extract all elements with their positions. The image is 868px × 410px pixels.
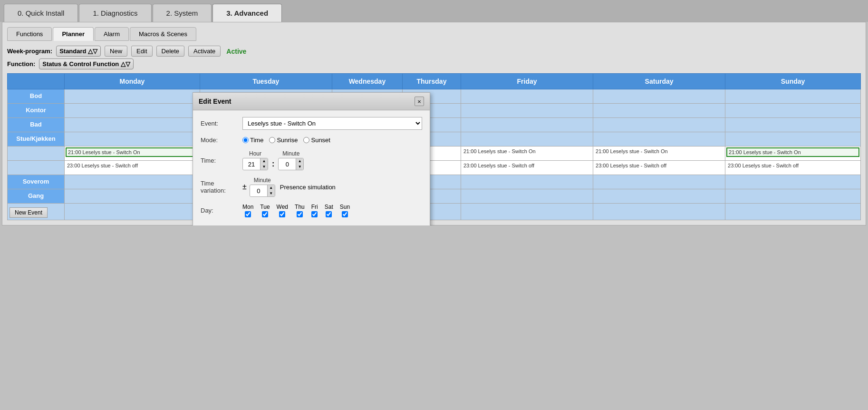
day-mon-label: Mon xyxy=(242,204,253,210)
day-sat-checkbox[interactable] xyxy=(326,211,332,217)
variation-up-button[interactable]: ▲ xyxy=(267,185,275,191)
minute-label: Minute xyxy=(282,150,299,157)
dialog-close-button[interactable]: × xyxy=(415,97,424,106)
table-row: Bod xyxy=(8,89,861,104)
event-item[interactable]: 23:00 Leselys stue - Switch off xyxy=(66,162,199,169)
minute-up-button[interactable]: ▲ xyxy=(296,158,303,164)
dialog-time-row: Time: Hour ▲ ▼ : xyxy=(201,150,422,170)
event-item[interactable]: 23:00 Leselys stue - Switch off xyxy=(594,162,724,169)
mode-time-label[interactable]: Time xyxy=(242,137,263,144)
tab-planner[interactable]: Planner xyxy=(53,27,94,41)
minute-spinner-btns: ▲ ▼ xyxy=(296,158,303,170)
variation-input[interactable] xyxy=(250,186,267,196)
table-row: Kontor xyxy=(8,104,861,118)
room-bod: Bod xyxy=(8,89,65,104)
variation-spinner[interactable]: ▲ ▼ xyxy=(250,185,275,197)
table-row: 21:00 Leselys stue - Switch On 21:00 Les… xyxy=(8,146,861,161)
day-thu-checkbox[interactable] xyxy=(297,211,303,217)
active-status: Active xyxy=(226,48,246,55)
day-sun-checkbox[interactable] xyxy=(342,211,348,217)
edit-event-dialog: Edit Event × Event: Leselys stue - Switc… xyxy=(193,92,430,225)
day-mon-checkbox[interactable] xyxy=(245,211,251,217)
hour-up-button[interactable]: ▲ xyxy=(260,158,268,164)
event-item[interactable]: 21:00 Leselys stue - Switch On xyxy=(726,147,859,157)
day-sat: Sat xyxy=(325,204,333,217)
event-item[interactable]: 21:00 Leselys stue - Switch On xyxy=(594,147,724,155)
hour-down-button[interactable]: ▼ xyxy=(260,164,268,170)
table-row: Gang xyxy=(8,189,861,204)
variation-spinner-btns: ▲ ▼ xyxy=(267,185,275,196)
header-tuesday: Tuesday xyxy=(200,74,332,89)
dialog-mode-row: Mode: Time Sunrise Sunset xyxy=(201,137,422,144)
time-colon: : xyxy=(272,160,274,170)
empty-label-cell-2 xyxy=(8,161,65,175)
dialog-header: Edit Event × xyxy=(193,93,430,110)
event-cell-sun-2[interactable]: 23:00 Leselys stue - Switch off xyxy=(725,161,861,175)
mode-sunrise-label[interactable]: Sunrise xyxy=(269,137,298,144)
empty-label-cell xyxy=(8,146,65,161)
header-saturday: Saturday xyxy=(593,74,725,89)
tab-quick-install[interactable]: 0. Quick Install xyxy=(4,4,78,22)
event-item[interactable]: 21:00 Leselys stue - Switch On xyxy=(66,147,199,157)
hour-label: Hour xyxy=(249,150,261,157)
day-tue-checkbox[interactable] xyxy=(262,211,268,217)
dialog-day-row: Day: Mon Tue Wed xyxy=(201,204,422,217)
day-wed-label: Wed xyxy=(277,204,288,210)
event-cell-mon-2[interactable]: 23:00 Leselys stue - Switch off xyxy=(65,161,200,175)
event-cell-sat-1[interactable]: 21:00 Leselys stue - Switch On xyxy=(593,146,725,161)
new-button[interactable]: New xyxy=(105,46,127,57)
hour-input[interactable] xyxy=(243,159,260,169)
time-group: Hour ▲ ▼ : Minute xyxy=(242,150,304,170)
tab-diagnostics[interactable]: 1. Diagnostics xyxy=(79,4,151,22)
event-item[interactable]: 23:00 Leselys stue - Switch off xyxy=(726,162,859,169)
header-wednesday: Wednesday xyxy=(332,74,402,89)
minute-down-button[interactable]: ▼ xyxy=(296,164,303,170)
event-cell-fri-1[interactable]: 21:00 Leselys stue - Switch On xyxy=(461,146,593,161)
hour-spinner[interactable]: ▲ ▼ xyxy=(242,158,268,170)
dialog-event-select[interactable]: Leselys stue - Switch On xyxy=(242,117,422,130)
tab-advanced[interactable]: 3. Advanced xyxy=(212,4,282,22)
variation-down-button[interactable]: ▼ xyxy=(267,191,275,196)
day-mon: Mon xyxy=(242,204,253,217)
activate-button[interactable]: Activate xyxy=(188,46,221,57)
tab-functions[interactable]: Functions xyxy=(7,27,52,41)
day-wed-checkbox[interactable] xyxy=(279,211,285,217)
event-cell-sat-2[interactable]: 23:00 Leselys stue - Switch off xyxy=(593,161,725,175)
event-item[interactable]: 21:00 Leselys stue - Switch On xyxy=(462,147,592,155)
day-thu-label: Thu xyxy=(295,204,305,210)
new-event-button[interactable]: New Event xyxy=(10,207,48,218)
event-cell-fri-2[interactable]: 23:00 Leselys stue - Switch off xyxy=(461,161,593,175)
top-nav: 0. Quick Install 1. Diagnostics 2. Syste… xyxy=(0,0,868,22)
function-row: Function: Status & Control Function △▽ xyxy=(7,59,861,69)
function-select[interactable]: Status & Control Function △▽ xyxy=(39,59,134,69)
minute-input[interactable] xyxy=(279,159,296,169)
table-row: 23:00 Leselys stue - Switch off 23:00 Le… xyxy=(8,161,861,175)
minute-spinner[interactable]: ▲ ▼ xyxy=(278,158,304,170)
tab-alarm[interactable]: Alarm xyxy=(95,27,129,41)
header-thursday: Thursday xyxy=(402,74,461,89)
mode-sunset-label[interactable]: Sunset xyxy=(303,137,330,144)
mode-time-radio[interactable] xyxy=(242,137,249,143)
day-fri: Fri xyxy=(311,204,318,217)
event-cell-sun-1[interactable]: 21:00 Leselys stue - Switch On xyxy=(725,146,861,161)
edit-button[interactable]: Edit xyxy=(131,46,152,57)
dialog-body: Event: Leselys stue - Switch On Mode: Ti… xyxy=(193,110,430,225)
mode-sunset-radio[interactable] xyxy=(303,137,309,143)
tab-system[interactable]: 2. System xyxy=(153,4,212,22)
table-row: Soverom xyxy=(8,175,861,189)
room-gang: Gang xyxy=(8,189,65,204)
mode-sunrise-radio[interactable] xyxy=(269,137,275,143)
delete-button[interactable]: Delete xyxy=(156,46,185,57)
day-fri-checkbox[interactable] xyxy=(311,211,318,217)
event-cell-mon-1[interactable]: 21:00 Leselys stue - Switch On xyxy=(65,146,200,161)
dialog-variation-row: Time variation: ± Minute ▲ ▼ xyxy=(201,177,422,197)
sub-tabs: Functions Planner Alarm Macros & Scenes xyxy=(7,27,861,41)
tab-macros-scenes[interactable]: Macros & Scenes xyxy=(130,27,196,41)
main-content: Functions Planner Alarm Macros & Scenes … xyxy=(2,22,866,225)
event-item[interactable]: 23:00 Leselys stue - Switch off xyxy=(462,162,592,169)
day-fri-label: Fri xyxy=(311,204,318,210)
week-program-select[interactable]: Standard △▽ xyxy=(56,46,101,57)
room-stue: Stue/Kjøkken xyxy=(8,132,65,146)
presence-sim-label: Presence simulation xyxy=(280,184,336,191)
variation-minute-label: Minute xyxy=(254,177,271,184)
